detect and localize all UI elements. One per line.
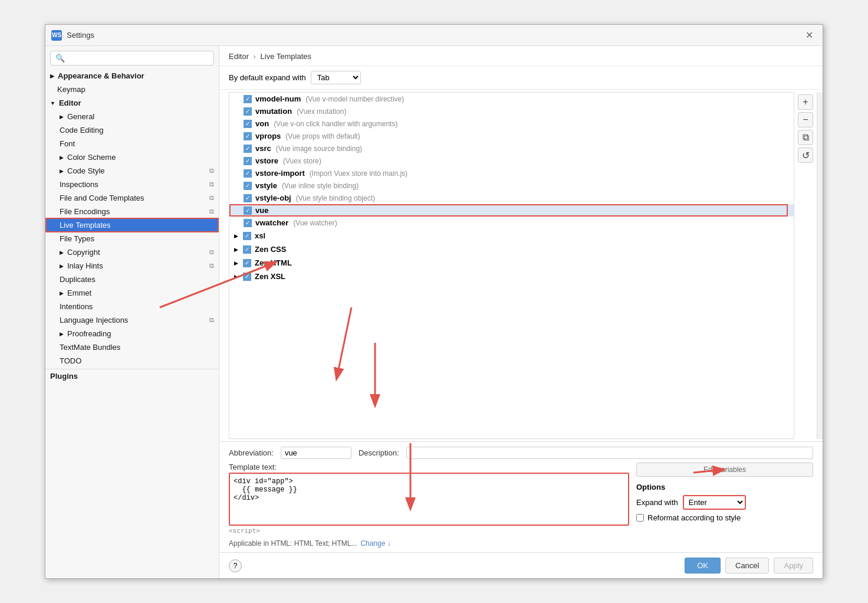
reformat-label: Reformat according to style — [647, 513, 741, 522]
sidebar-item-inlay-hints[interactable]: ▶ Inlay Hints ⧉ — [45, 259, 219, 273]
template-text-input[interactable]: <div id="app"> {{ message }} </div> — [229, 473, 629, 526]
scrollbar[interactable] — [817, 92, 823, 439]
sidebar-item-label: TextMate Bundles — [60, 343, 120, 352]
checkbox-zen-css[interactable]: ✓ — [243, 245, 251, 254]
template-row-vstyle[interactable]: ✓ vstyle (Vue inline style binding) — [229, 179, 794, 192]
group-zen-xsl[interactable]: ▶ ✓ Zen XSL — [229, 270, 794, 283]
checkbox-vstyle[interactable]: ✓ — [244, 182, 252, 190]
checkbox-vsrc[interactable]: ✓ — [244, 145, 252, 153]
checkbox-vue[interactable]: ✓ — [244, 207, 252, 215]
copy-icon: ⧉ — [209, 316, 214, 324]
sidebar-item-editor[interactable]: ▼ Editor — [45, 96, 219, 110]
sidebar-item-file-types[interactable]: File Types — [45, 232, 219, 245]
sidebar-item-file-encodings[interactable]: File Encodings ⧉ — [45, 205, 219, 218]
cancel-button[interactable]: Cancel — [725, 558, 769, 573]
sidebar-item-file-code-templates[interactable]: File and Code Templates ⧉ — [45, 191, 219, 205]
checkbox-vstore-import[interactable]: ✓ — [244, 169, 252, 178]
description-input[interactable] — [406, 447, 813, 459]
sidebar-item-label: Emmet — [67, 289, 91, 297]
checkbox-von[interactable]: ✓ — [244, 120, 252, 128]
sidebar-item-plugins[interactable]: Plugins — [45, 369, 219, 383]
checkbox-vmodel-num[interactable]: ✓ — [244, 95, 252, 103]
reset-template-button[interactable]: ↺ — [798, 148, 813, 163]
sidebar-item-proofreading[interactable]: ▶ Proofreading — [45, 327, 219, 340]
template-desc: (Vuex mutation) — [297, 107, 346, 116]
sidebar-item-intentions[interactable]: Intentions — [45, 300, 219, 313]
search-box[interactable]: 🔍 — [50, 51, 214, 65]
checkbox-zen-xsl[interactable]: ✓ — [243, 273, 251, 281]
sidebar-item-textmate-bundles[interactable]: TextMate Bundles — [45, 340, 219, 354]
reformat-checkbox[interactable] — [636, 514, 644, 522]
sidebar-item-color-scheme[interactable]: ▶ Color Scheme — [45, 150, 219, 164]
sidebar-item-keymap[interactable]: Keymap — [45, 83, 219, 96]
checkbox-vprops[interactable]: ✓ — [244, 132, 252, 140]
template-row-vsrc[interactable]: ✓ vsrc (Vue image source binding) — [229, 142, 794, 155]
footer-left: ? — [229, 559, 242, 572]
chevron-right-icon: ▶ — [234, 260, 238, 266]
sidebar-item-appearance[interactable]: ▶ Appearance & Behavior — [45, 69, 219, 83]
remove-template-button[interactable]: − — [798, 112, 813, 127]
expand-with-select[interactable]: Default (Tab) Enter Tab Space — [683, 495, 746, 510]
sidebar-item-duplicates[interactable]: Duplicates — [45, 273, 219, 286]
template-row-vmutation[interactable]: ✓ vmutation (Vuex mutation) — [229, 105, 794, 117]
copy-icon: ⧉ — [209, 194, 214, 202]
sidebar-item-general[interactable]: ▶ General — [45, 110, 219, 123]
sidebar-item-live-templates[interactable]: Live Templates — [45, 218, 219, 232]
nav-tree: ▶ Appearance & Behavior Keymap ▼ Editor … — [45, 69, 219, 578]
group-name: Zen XSL — [255, 272, 285, 281]
abbreviation-input[interactable] — [281, 447, 351, 459]
group-xsl[interactable]: ▶ ✓ xsl — [229, 229, 794, 242]
group-name: xsl — [255, 231, 265, 240]
sidebar-item-label: Copyright — [67, 248, 100, 257]
app-icon: WS — [51, 30, 62, 41]
template-name: vprops — [255, 132, 281, 140]
sidebar-item-language-injections[interactable]: Language Injections ⧉ — [45, 313, 219, 327]
change-button[interactable]: Change ↓ — [360, 539, 390, 548]
template-row-vprops[interactable]: ✓ vprops (Vue props with default) — [229, 130, 794, 142]
template-text-wrap: Template text: <div id="app"> {{ message… — [229, 463, 629, 536]
sidebar-item-emmet[interactable]: ▶ Emmet — [45, 286, 219, 300]
chevron-right-icon: ▶ — [234, 233, 238, 239]
template-row-vstore-import[interactable]: ✓ vstore-import (Import Vuex store into … — [229, 167, 794, 179]
checkbox-vwatcher[interactable]: ✓ — [244, 219, 252, 227]
template-row-vwatcher[interactable]: ✓ vwatcher (Vue watcher) — [229, 217, 794, 229]
sidebar-item-copyright[interactable]: ▶ Copyright ⧉ — [45, 245, 219, 259]
expand-select[interactable]: Tab Enter Space — [311, 71, 361, 84]
checkbox-xsl[interactable]: ✓ — [243, 232, 251, 240]
sidebar-item-font[interactable]: Font — [45, 137, 219, 150]
sidebar-item-code-editing[interactable]: Code Editing — [45, 123, 219, 137]
abbrev-row: Abbreviation: Description: — [229, 447, 813, 459]
edit-variables-button[interactable]: Edit variables — [636, 463, 813, 477]
chevron-right-icon: ▶ — [60, 250, 64, 255]
apply-button[interactable]: Apply — [774, 558, 813, 573]
add-template-button[interactable]: + — [798, 94, 813, 110]
sidebar-item-todo[interactable]: TODO — [45, 354, 219, 368]
close-button[interactable]: ✕ — [802, 28, 817, 42]
sidebar: 🔍 ▶ Appearance & Behavior Keymap ▼ Edito… — [45, 46, 219, 578]
template-name: vmodel-num — [255, 94, 301, 103]
main-panel: Editor › Live Templates By default expan… — [219, 46, 823, 578]
template-row-von[interactable]: ✓ von (Vue v-on click handler with argum… — [229, 117, 794, 130]
group-zen-html[interactable]: ▶ ✓ Zen HTML — [229, 256, 794, 270]
chevron-right-icon: ▶ — [60, 168, 64, 174]
group-zen-css[interactable]: ▶ ✓ Zen CSS — [229, 242, 794, 256]
sidebar-item-label: File and Code Templates — [60, 194, 144, 202]
sidebar-item-inspections[interactable]: Inspections ⧉ — [45, 178, 219, 191]
template-name: vstore-import — [255, 169, 305, 178]
ok-button[interactable]: OK — [685, 558, 721, 573]
sidebar-item-code-style[interactable]: ▶ Code Style ⧉ — [45, 164, 219, 178]
template-row-vmodel-num[interactable]: ✓ vmodel-num (Vue v-model number directi… — [229, 93, 794, 105]
template-row-vstyle-obj[interactable]: ✓ vstyle-obj (Vue style binding object) — [229, 192, 794, 204]
chevron-right-icon: ▶ — [234, 247, 238, 253]
checkbox-zen-html[interactable]: ✓ — [243, 259, 251, 267]
template-row-vue[interactable]: ✓ vue — [229, 204, 794, 217]
bottom-panel: Abbreviation: Description: Template text… — [219, 441, 823, 552]
checkbox-vstyle-obj[interactable]: ✓ — [244, 194, 252, 202]
help-button[interactable]: ? — [229, 559, 242, 572]
search-input[interactable] — [67, 54, 209, 63]
checkbox-vmutation[interactable]: ✓ — [244, 107, 252, 116]
chevron-down-icon: ▼ — [50, 100, 55, 106]
template-row-vstore[interactable]: ✓ vstore (Vuex store) — [229, 155, 794, 167]
checkbox-vstore[interactable]: ✓ — [244, 157, 252, 165]
copy-template-button[interactable]: ⧉ — [798, 130, 813, 145]
